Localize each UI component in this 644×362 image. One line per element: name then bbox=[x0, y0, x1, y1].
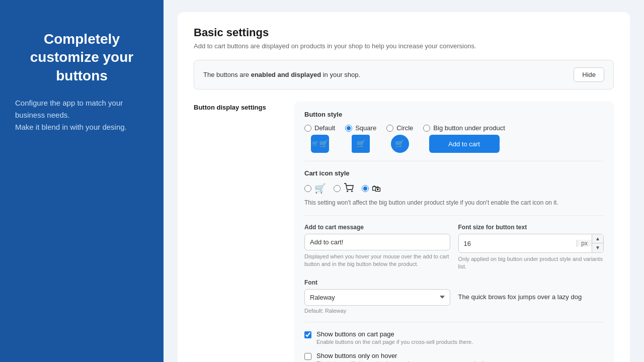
preview-default-btn: 🛒 🛒 bbox=[311, 135, 329, 153]
font-size-input-wrap: px ▲ ▼ bbox=[458, 234, 604, 253]
font-size-stepper: ▲ ▼ bbox=[592, 234, 603, 252]
style-option-circle: Circle 🛒 bbox=[386, 124, 413, 153]
radio-icon3[interactable] bbox=[362, 185, 369, 192]
cart-icon-title: Cart icon style bbox=[304, 169, 604, 177]
settings-section-label: Button display settings bbox=[194, 102, 294, 111]
cb-label-cart-page: Show buttons on cart page bbox=[316, 330, 473, 338]
checkbox-cart-page[interactable] bbox=[304, 331, 311, 338]
button-style-options: Default 🛒 🛒 Square 🛒 bbox=[304, 124, 604, 153]
style-option-big: Big button under product Add to cart bbox=[423, 124, 505, 153]
settings-card: Basic settings Add to cart buttons are d… bbox=[178, 12, 630, 362]
cb-label-hover: Show buttons only on hover bbox=[316, 352, 484, 359]
cart-icon-options: 🛒 🛍 bbox=[304, 183, 604, 194]
font-size-up[interactable]: ▲ bbox=[592, 234, 603, 243]
preview-square-btn: 🛒 bbox=[352, 135, 370, 153]
settings-row: Button display settings Button style Def… bbox=[194, 102, 614, 362]
left-panel: Completely customize your buttons Config… bbox=[0, 0, 164, 362]
label-default: Default bbox=[314, 124, 335, 132]
px-unit: px bbox=[577, 240, 592, 247]
preview-circle-btn: 🛒 bbox=[391, 135, 409, 153]
font-size-down[interactable]: ▼ bbox=[592, 243, 603, 252]
font-select-col: Raleway Arial Roboto Open Sans Default: … bbox=[304, 289, 450, 314]
cart-icon-option-2 bbox=[334, 183, 354, 194]
right-panel: Basic settings Add to cart buttons are d… bbox=[164, 0, 644, 362]
left-panel-description: Configure the app to match your business… bbox=[15, 97, 148, 133]
button-style-title: Button style bbox=[304, 111, 604, 118]
cart-icon-label-3: 🛍 bbox=[372, 184, 381, 194]
form-grid: Add to cart message Displayed when you h… bbox=[304, 224, 604, 271]
style-option-square: Square 🛒 bbox=[345, 124, 376, 153]
left-panel-headline: Completely customize your buttons bbox=[15, 30, 148, 85]
cart-icon-option-1: 🛒 bbox=[304, 183, 326, 194]
add-to-cart-input[interactable] bbox=[304, 234, 450, 250]
page-title: Basic settings bbox=[194, 26, 614, 39]
radio-icon2[interactable] bbox=[334, 185, 341, 192]
font-default-hint: Default: Raleway bbox=[304, 308, 450, 314]
radio-icon1[interactable] bbox=[304, 185, 311, 192]
checkbox-item-hover: Show buttons only on hover The buttons w… bbox=[304, 352, 604, 362]
checkbox-item-cart-page: Show buttons on cart page Enable buttons… bbox=[304, 330, 604, 345]
font-preview: The quick brows fox jumps over a lazy do… bbox=[458, 289, 604, 301]
label-circle: Circle bbox=[396, 124, 413, 132]
page-subtitle: Add to cart buttons are displayed on pro… bbox=[194, 42, 614, 50]
radio-default[interactable] bbox=[304, 125, 311, 132]
cart-icon-label-1: 🛒 bbox=[314, 183, 326, 194]
svg-text:🛒: 🛒 bbox=[312, 140, 319, 147]
font-size-label: Font size for button text bbox=[458, 224, 604, 231]
svg-point-2 bbox=[352, 191, 353, 192]
radio-square[interactable] bbox=[345, 125, 352, 132]
checkbox-hover-only[interactable] bbox=[304, 353, 311, 360]
font-size-group: Font size for button text px ▲ ▼ Only ap… bbox=[458, 224, 604, 271]
add-to-cart-label: Add to cart message bbox=[304, 224, 450, 231]
preview-big-btn: Add to cart bbox=[429, 135, 500, 153]
settings-content: Button style Default 🛒 🛒 bbox=[294, 102, 614, 362]
font-select-wrap: Raleway Arial Roboto Open Sans Default: … bbox=[304, 289, 604, 314]
label-big: Big button under product bbox=[433, 124, 505, 132]
font-select[interactable]: Raleway Arial Roboto Open Sans bbox=[304, 289, 450, 306]
add-to-cart-message-group: Add to cart message Displayed when you h… bbox=[304, 224, 450, 271]
status-text: The buttons are enabled and displayed in… bbox=[203, 71, 360, 78]
svg-point-1 bbox=[347, 191, 348, 192]
font-label: Font bbox=[304, 279, 604, 286]
checkbox-row: Show buttons on cart page Enable buttons… bbox=[304, 330, 604, 362]
cart-icon-option-3: 🛍 bbox=[362, 184, 381, 194]
status-bold: enabled and displayed bbox=[251, 71, 321, 78]
hide-button[interactable]: Hide bbox=[574, 67, 604, 82]
add-to-cart-hint: Displayed when you hover your mouse over… bbox=[304, 253, 450, 268]
radio-big[interactable] bbox=[423, 125, 430, 132]
cart-icon-hint: This setting won't affect the big button… bbox=[304, 198, 604, 207]
status-banner: The buttons are enabled and displayed in… bbox=[194, 60, 614, 89]
font-size-input[interactable] bbox=[459, 236, 577, 251]
radio-circle[interactable] bbox=[386, 125, 393, 132]
cart-icon-label-2 bbox=[344, 183, 354, 194]
font-row: Font Raleway Arial Roboto Open Sans Defa… bbox=[304, 279, 604, 314]
font-size-hint: Only applied on big button under product… bbox=[458, 255, 604, 271]
label-square: Square bbox=[355, 124, 376, 132]
cb-hint-cart-page: Enable buttons on the cart page if you c… bbox=[316, 339, 473, 345]
style-option-default: Default 🛒 🛒 bbox=[304, 124, 335, 153]
